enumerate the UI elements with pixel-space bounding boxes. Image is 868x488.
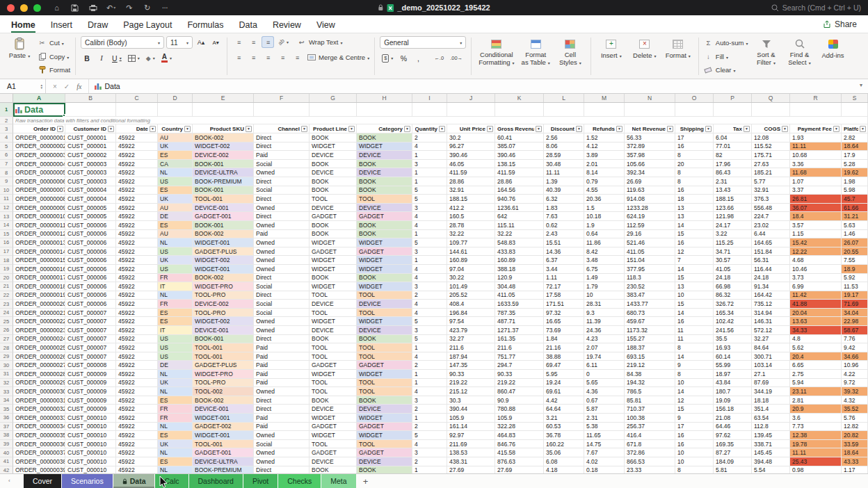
cell[interactable]: ES <box>158 151 193 160</box>
cell[interactable]: 17 <box>675 423 714 432</box>
cell[interactable]: WIDGET <box>310 282 357 291</box>
cell[interactable]: ORDER_00000013 <box>13 238 65 247</box>
cell[interactable]: 161.14 <box>447 423 495 432</box>
cell[interactable]: AU <box>158 133 193 143</box>
addins-button[interactable]: Add-ins <box>818 36 849 60</box>
more-icon[interactable]: ••• <box>161 3 170 13</box>
row-header-8[interactable]: 8 <box>0 168 13 177</box>
cell[interactable]: DEVICE <box>357 204 412 213</box>
cell[interactable]: 10 <box>675 291 714 300</box>
comma-button[interactable]: , <box>412 52 424 64</box>
cell[interactable]: 3.36 <box>790 160 842 169</box>
cell[interactable]: 19.24 <box>544 379 584 388</box>
cell[interactable]: TOOL-001 <box>193 195 254 204</box>
share-button[interactable]: Share <box>823 19 857 29</box>
cell[interactable]: TOOL <box>310 379 357 388</box>
cell[interactable]: 8.14 <box>584 168 625 177</box>
filter-button[interactable]: ▼ <box>576 126 582 132</box>
cell[interactable]: 22.98 <box>842 317 868 326</box>
cell[interactable]: 61.66 <box>842 204 868 213</box>
cell[interactable]: 3.6 <box>790 414 842 423</box>
cell[interactable]: 175.71 <box>752 151 790 160</box>
cell[interactable]: 160.22 <box>544 440 584 449</box>
cell[interactable]: 10 <box>675 457 714 466</box>
row-header-26[interactable]: 26 <box>0 326 13 335</box>
cell[interactable]: 4 <box>412 265 447 274</box>
cell[interactable]: 1.83 <box>544 204 584 213</box>
cell[interactable]: Owned <box>254 238 310 247</box>
column-filter-header[interactable]: Tax▼ <box>714 124 752 133</box>
cell[interactable]: ORDER_00000028 <box>13 370 65 379</box>
cell[interactable]: 15 <box>675 300 714 309</box>
cell[interactable]: CUST_000007 <box>65 335 116 344</box>
cell[interactable]: 96.27 <box>447 143 495 152</box>
cell[interactable]: ES <box>158 396 193 405</box>
column-filter-header[interactable]: Product SKU▼ <box>193 124 254 133</box>
cell[interactable]: 17.58 <box>544 291 584 300</box>
cell[interactable]: AU <box>158 230 193 239</box>
cell[interactable]: WIDGET-001 <box>193 265 254 274</box>
cell[interactable]: 24.17 <box>714 221 752 230</box>
cell[interactable]: 156.18 <box>714 405 752 414</box>
cell[interactable]: 7.63 <box>544 212 584 221</box>
sheet-tab-pivot[interactable]: Pivot <box>243 474 278 488</box>
cell[interactable]: ORDER_00000015 <box>13 256 65 265</box>
cell[interactable]: 26.69 <box>625 177 675 186</box>
cell[interactable]: 751.77 <box>495 352 544 361</box>
cell[interactable]: 160.89 <box>495 256 544 265</box>
cell[interactable]: 90.33 <box>495 370 544 379</box>
cell[interactable]: 8 <box>675 466 714 473</box>
cell[interactable]: 63.54 <box>752 414 790 423</box>
cell[interactable]: 18.64 <box>842 448 868 457</box>
cell[interactable]: CUST_000009 <box>65 396 116 405</box>
cell[interactable]: 2.81 <box>790 396 842 405</box>
cell[interactable]: GADGET-001 <box>193 212 254 221</box>
cell[interactable]: 5 <box>412 238 447 247</box>
cell[interactable]: ORDER_00000005 <box>13 168 65 177</box>
filter-button[interactable]: ▼ <box>301 126 307 132</box>
sheet-tab-cover[interactable]: Cover <box>24 474 61 488</box>
cell[interactable]: 161.35 <box>495 335 544 344</box>
cell[interactable]: BOOK <box>357 230 412 239</box>
cell[interactable]: 211.6 <box>495 343 544 352</box>
cell[interactable]: 151.84 <box>752 247 790 257</box>
cell[interactable]: 14 <box>675 387 714 396</box>
cell[interactable]: 72.17 <box>544 282 584 291</box>
refresh-icon[interactable]: ↻ <box>143 3 152 13</box>
cell[interactable]: 376.3 <box>752 195 790 204</box>
cell[interactable]: 5 <box>412 195 447 204</box>
cell[interactable]: ORDER_00000024 <box>13 335 65 344</box>
cell[interactable]: 1.07 <box>790 177 842 186</box>
cell[interactable]: 876.63 <box>495 457 544 466</box>
column-header-S[interactable]: S <box>842 94 868 102</box>
cell[interactable]: NL <box>158 168 193 177</box>
increase-font-button[interactable]: A▴ <box>195 37 207 49</box>
filter-button[interactable]: ▼ <box>439 126 445 132</box>
cell[interactable]: 45922 <box>116 230 158 239</box>
insert-cells-button[interactable]: + Insert <box>596 36 627 60</box>
row-header-17[interactable]: 17 <box>0 247 13 257</box>
cell[interactable]: DEVICE <box>310 326 357 335</box>
cell[interactable]: Owned <box>254 168 310 177</box>
cell[interactable]: 1.84 <box>544 335 584 344</box>
cell[interactable]: 20.9 <box>790 405 842 414</box>
cell[interactable]: TOOL <box>357 309 412 318</box>
cell[interactable]: 87.69 <box>752 379 790 388</box>
cell[interactable]: Owned <box>254 247 310 257</box>
cell[interactable]: 7 <box>675 256 714 265</box>
cell[interactable]: Owned <box>254 387 310 396</box>
borders-button[interactable] <box>126 52 142 64</box>
cell[interactable]: BOOK <box>357 221 412 230</box>
cell[interactable]: BOOK-002 <box>193 274 254 283</box>
column-header-H[interactable]: H <box>357 94 412 102</box>
cell[interactable]: DEVICE <box>310 168 357 177</box>
cell[interactable]: 5 <box>412 335 447 344</box>
cell[interactable]: 3.37 <box>790 186 842 195</box>
cell[interactable]: GADGET <box>310 448 357 457</box>
cell[interactable]: 24.18 <box>752 274 790 283</box>
cell[interactable]: 105.66 <box>625 160 675 169</box>
row-header-5[interactable]: 5 <box>0 143 13 152</box>
cell[interactable]: GADGET <box>357 361 412 370</box>
cell[interactable]: CUST_000003 <box>65 160 116 169</box>
cell[interactable]: 45922 <box>116 177 158 186</box>
